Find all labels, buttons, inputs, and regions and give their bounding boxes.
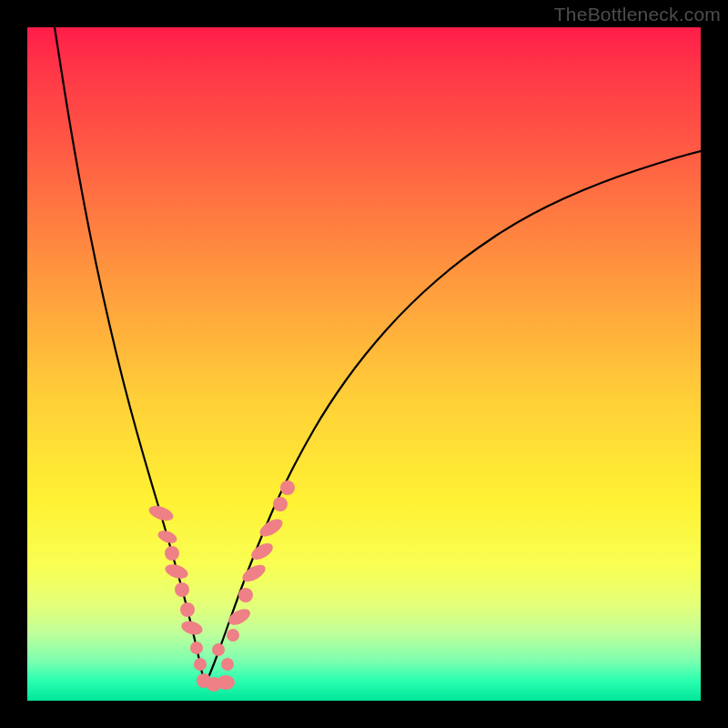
data-marker	[147, 503, 175, 524]
data-marker	[190, 642, 203, 654]
data-marker	[238, 588, 253, 602]
curve-layer	[55, 27, 701, 686]
data-marker	[212, 643, 225, 656]
data-marker	[280, 480, 295, 495]
data-marker	[226, 606, 253, 629]
data-marker	[163, 561, 189, 581]
data-marker	[180, 602, 195, 617]
data-marker	[157, 529, 179, 546]
data-marker	[175, 582, 189, 597]
data-marker	[273, 497, 288, 511]
data-marker	[221, 658, 234, 671]
data-marker	[217, 675, 235, 690]
plot-area	[27, 27, 701, 701]
data-marker	[165, 546, 179, 561]
data-marker	[180, 619, 205, 637]
data-marker	[194, 658, 207, 671]
curve-right-branch	[205, 151, 701, 686]
watermark-text: TheBottleneck.com	[554, 4, 721, 25]
data-marker	[227, 629, 239, 642]
outer-frame: TheBottleneck.com	[0, 0, 728, 728]
chart-svg	[27, 27, 701, 701]
